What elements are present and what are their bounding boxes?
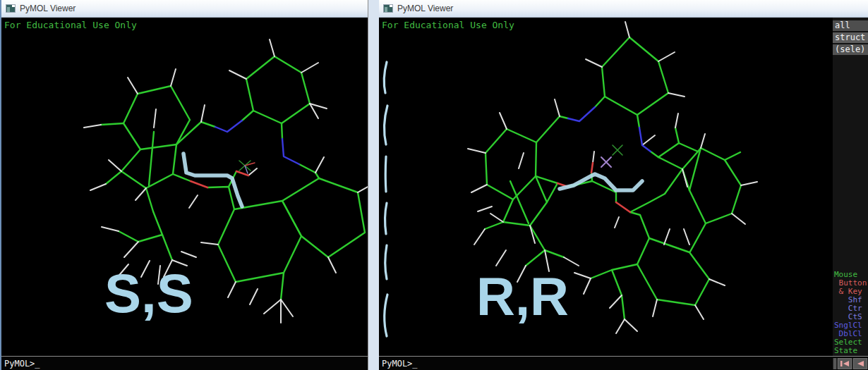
pymol-desktop: PyMOL Viewer For Educational Use Only [0, 0, 868, 370]
object-row-all[interactable]: all [833, 20, 868, 31]
object-panel: all struct (sele) Mouse Button & Key Shf… [833, 18, 868, 356]
window-title: PyMOL Viewer [397, 4, 453, 13]
object-row-structure[interactable]: struct [833, 32, 868, 43]
selection-highlight [183, 154, 242, 206]
movie-controls [833, 358, 868, 369]
command-prompt[interactable]: PyMOL>_ [379, 359, 833, 369]
clipped-highlight-dashes [384, 62, 387, 336]
vcr-strip [833, 358, 836, 369]
stereo-label-rr: R,R [476, 270, 569, 323]
step-back-button[interactable] [853, 358, 867, 369]
skip-to-start-icon [840, 360, 850, 367]
object-row-selection[interactable]: (sele) [833, 44, 868, 55]
mouse-mode-panel: Mouse Button & Key Shf Ctr CtS SnglCl Db… [833, 271, 868, 355]
window-title: PyMOL Viewer [20, 4, 76, 13]
titlebar-right[interactable]: PyMOL Viewer [379, 0, 868, 18]
pymol-app-icon [6, 4, 16, 13]
pymol-window-ss: PyMOL Viewer For Educational Use Only [0, 0, 368, 370]
selection-highlight [560, 174, 642, 190]
stereo-label-ss: S,S [104, 266, 193, 321]
command-prompt[interactable]: PyMOL>_ [1, 359, 368, 369]
titlebar-left[interactable]: PyMOL Viewer [1, 0, 368, 18]
molecule-wireframe-rr[interactable] [379, 18, 833, 356]
window-divider [368, 0, 379, 370]
command-bar-left[interactable]: PyMOL>_ [1, 356, 368, 370]
mouse-panel-line: State [833, 347, 868, 355]
step-back-icon [856, 360, 864, 367]
viewport-3d-rr[interactable]: For Educational Use Only [379, 18, 833, 356]
viewport-3d-ss[interactable]: For Educational Use Only [1, 18, 368, 356]
pseudoatom-markers [601, 145, 622, 167]
pymol-window-rr: PyMOL Viewer For Educational Use Only [379, 0, 868, 370]
pymol-app-icon [383, 4, 393, 13]
command-bar-right[interactable]: PyMOL>_ [379, 356, 868, 370]
skip-to-start-button[interactable] [838, 358, 852, 369]
nitrogen-bonds [215, 121, 299, 164]
